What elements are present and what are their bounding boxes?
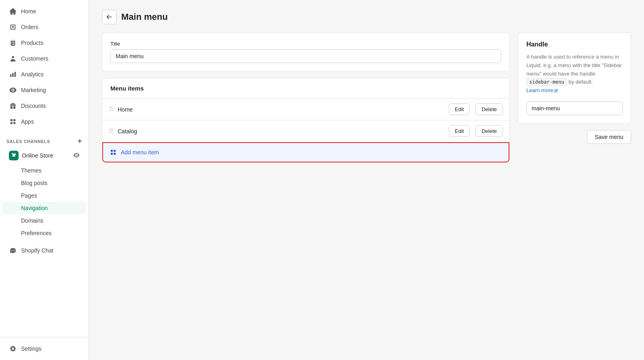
sidebar-item-analytics[interactable]: Analytics: [2, 67, 86, 82]
settings-item[interactable]: Settings: [2, 341, 86, 356]
menu-item-row: ⠿ Home Edit Delete: [102, 99, 509, 120]
products-icon: [9, 39, 17, 47]
home-icon: [9, 7, 17, 15]
back-button[interactable]: [102, 10, 116, 24]
add-sales-channel-icon[interactable]: +: [78, 137, 82, 145]
page-header: Main menu: [102, 10, 631, 24]
sub-nav-blog-posts[interactable]: Blog posts: [2, 177, 86, 189]
sidebar-item-orders-label: Orders: [21, 24, 38, 30]
shopify-chat-label: Shopify Chat: [21, 247, 53, 254]
sub-nav-navigation[interactable]: Navigation: [2, 202, 86, 214]
sidebar-item-customers[interactable]: Customers: [2, 51, 86, 66]
edit-home-button[interactable]: Edit: [449, 103, 470, 115]
content-layout: Title Menu items ⠿ Home Edit Delete ⠿ Ca…: [102, 32, 631, 163]
menu-items-header: Menu items: [102, 78, 509, 99]
marketing-icon: [9, 86, 17, 94]
sidebar-item-discounts-label: Discounts: [21, 103, 46, 109]
handle-code-example: sidebar-menu: [526, 78, 567, 86]
delete-catalog-button[interactable]: Delete: [475, 125, 503, 137]
sidebar-item-analytics-label: Analytics: [21, 71, 44, 78]
sidebar: Home Orders Products Customers Analytics: [0, 0, 89, 360]
sidebar-item-products[interactable]: Products: [2, 35, 86, 51]
add-menu-item-row[interactable]: Add menu item: [102, 142, 509, 162]
menu-items-card: Menu items ⠿ Home Edit Delete ⠿ Catalog …: [102, 78, 510, 163]
online-store-subnav: Themes Blog posts Pages Navigation Domai…: [0, 164, 89, 240]
orders-icon: [9, 23, 17, 31]
sub-nav-preferences[interactable]: Preferences: [2, 227, 86, 239]
main-content: Main menu Title Menu items ⠿ Home Edit D…: [89, 0, 644, 360]
sidebar-bottom: Settings: [0, 337, 89, 360]
title-label: Title: [110, 41, 501, 47]
shopify-chat-item[interactable]: Shopify Chat: [2, 243, 86, 258]
sidebar-item-orders[interactable]: Orders: [2, 19, 86, 35]
apps-icon: [9, 118, 17, 126]
online-store-icon: [9, 151, 19, 160]
add-menu-icon: [110, 149, 117, 156]
handle-title: Handle: [526, 41, 623, 48]
sales-channels-header: SALES CHANNELS +: [0, 133, 89, 147]
sidebar-item-products-label: Products: [21, 40, 43, 46]
handle-description: A handle is used to reference a menu in …: [526, 53, 623, 95]
menu-item-home-label: Home: [118, 106, 443, 113]
settings-icon: [9, 345, 17, 353]
page-title: Main menu: [121, 12, 168, 22]
main-panel: Title Menu items ⠿ Home Edit Delete ⠿ Ca…: [102, 32, 510, 163]
sub-nav-pages[interactable]: Pages: [2, 189, 86, 202]
eye-icon[interactable]: [73, 152, 80, 160]
shopify-chat-icon: [9, 246, 17, 255]
drag-handle-home[interactable]: ⠿: [109, 105, 114, 113]
online-store-row[interactable]: Online Store: [2, 147, 86, 164]
handle-input[interactable]: [526, 101, 623, 115]
sidebar-item-apps[interactable]: Apps: [2, 114, 86, 129]
footer-actions: Save menu: [518, 124, 631, 144]
drag-handle-catalog[interactable]: ⠿: [109, 127, 114, 135]
sidebar-item-marketing[interactable]: Marketing: [2, 82, 86, 98]
sidebar-item-apps-label: Apps: [21, 118, 34, 125]
online-store-label: Online Store: [22, 152, 70, 159]
settings-label: Settings: [21, 345, 42, 352]
menu-item-row: ⠿ Catalog Edit Delete: [102, 120, 509, 142]
customers-icon: [9, 55, 17, 63]
title-card: Title: [102, 32, 510, 72]
save-menu-button[interactable]: Save menu: [587, 130, 631, 144]
sidebar-item-home[interactable]: Home: [2, 4, 86, 19]
sub-nav-themes[interactable]: Themes: [2, 164, 86, 177]
sidebar-item-customers-label: Customers: [21, 55, 49, 62]
sidebar-item-marketing-label: Marketing: [21, 87, 46, 93]
edit-catalog-button[interactable]: Edit: [449, 125, 470, 137]
handle-card: Handle A handle is used to reference a m…: [518, 32, 631, 124]
delete-home-button[interactable]: Delete: [475, 103, 503, 115]
analytics-icon: [9, 70, 17, 78]
learn-more-link[interactable]: Learn more: [526, 86, 558, 95]
sidebar-item-discounts[interactable]: Discounts: [2, 98, 86, 114]
title-input[interactable]: [110, 49, 501, 63]
menu-item-catalog-label: Catalog: [118, 128, 443, 135]
add-menu-label: Add menu item: [121, 149, 159, 156]
sub-nav-domains[interactable]: Domains: [2, 215, 86, 227]
discounts-icon: [9, 102, 17, 110]
side-panel: Handle A handle is used to reference a m…: [518, 32, 631, 144]
sidebar-item-home-label: Home: [21, 8, 36, 15]
